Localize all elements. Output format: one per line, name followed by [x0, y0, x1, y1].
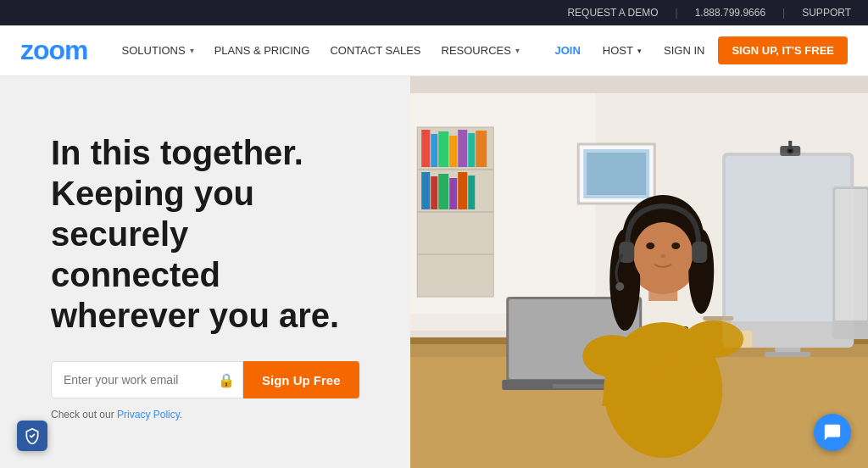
svg-point-59 — [615, 282, 624, 291]
nav-solutions[interactable]: SOLUTIONS ▾ — [114, 39, 203, 62]
svg-rect-8 — [431, 134, 437, 167]
nav-host[interactable]: HOST ▾ — [594, 39, 650, 62]
nav-links: SOLUTIONS ▾ PLANS & PRICING CONTACT SALE… — [114, 39, 547, 62]
svg-rect-35 — [788, 141, 792, 149]
svg-rect-10 — [449, 136, 457, 167]
email-icon: 🔒 — [218, 372, 235, 388]
svg-point-34 — [788, 149, 792, 153]
signup-free-button[interactable]: Sign Up Free — [243, 361, 359, 398]
svg-point-54 — [646, 242, 654, 249]
nav-signup-button[interactable]: SIGN UP, IT'S FREE — [718, 36, 848, 64]
privacy-policy-link[interactable]: Privacy Policy — [117, 409, 180, 421]
svg-rect-31 — [765, 352, 810, 357]
svg-rect-7 — [421, 130, 430, 167]
chat-button[interactable] — [814, 414, 851, 451]
host-chevron-icon: ▾ — [637, 47, 642, 55]
zoom-logo[interactable]: zoom — [20, 35, 88, 66]
svg-rect-62 — [722, 153, 854, 348]
hero-right — [410, 76, 868, 468]
svg-rect-13 — [476, 131, 487, 167]
svg-rect-11 — [458, 130, 467, 167]
svg-rect-58 — [692, 242, 707, 263]
divider-1: | — [676, 7, 678, 19]
request-demo-link[interactable]: REQUEST A DEMO — [567, 7, 658, 19]
svg-rect-15 — [431, 176, 437, 209]
hero-left: In this together. Keeping you securely c… — [0, 76, 410, 468]
hero-headline: In this together. Keeping you securely c… — [51, 132, 359, 336]
svg-rect-19 — [468, 176, 475, 209]
email-input[interactable] — [51, 361, 243, 398]
svg-point-56 — [660, 254, 665, 258]
nav-resources[interactable]: RESOURCES ▾ — [433, 39, 528, 62]
resources-chevron-icon: ▾ — [515, 46, 520, 55]
svg-rect-9 — [438, 131, 448, 167]
hero-image — [410, 76, 868, 468]
svg-point-55 — [671, 242, 680, 249]
nav-right: JOIN HOST ▾ SIGN IN SIGN UP, IT'S FREE — [547, 36, 848, 64]
svg-rect-16 — [438, 174, 448, 209]
email-input-wrapper: 🔒 — [51, 361, 243, 398]
solutions-chevron-icon: ▾ — [190, 46, 194, 55]
nav-signin[interactable]: SIGN IN — [655, 39, 713, 62]
security-badge[interactable] — [17, 421, 47, 451]
divider-2: | — [782, 7, 785, 19]
chat-icon — [823, 423, 842, 442]
privacy-text: Check out our Privacy Policy. — [51, 409, 359, 421]
support-link[interactable]: SUPPORT — [802, 7, 851, 19]
utility-bar: REQUEST A DEMO | 1.888.799.9666 | SUPPOR… — [0, 0, 868, 25]
phone-link[interactable]: 1.888.799.9666 — [695, 7, 765, 19]
svg-rect-57 — [619, 242, 634, 263]
svg-rect-41 — [553, 384, 604, 388]
svg-rect-30 — [775, 348, 800, 352]
svg-rect-22 — [587, 153, 646, 195]
nav-contact-sales[interactable]: CONTACT SALES — [321, 39, 429, 62]
email-form: 🔒 Sign Up Free — [51, 361, 359, 398]
svg-rect-17 — [449, 178, 457, 209]
svg-rect-23 — [410, 76, 868, 93]
hero-section: In this together. Keeping you securely c… — [0, 76, 868, 468]
nav-join[interactable]: JOIN — [547, 39, 589, 62]
svg-rect-12 — [468, 133, 475, 167]
svg-rect-18 — [458, 172, 467, 209]
svg-rect-14 — [421, 172, 430, 209]
main-nav: zoom SOLUTIONS ▾ PLANS & PRICING CONTACT… — [0, 25, 868, 76]
shield-icon — [24, 427, 41, 444]
nav-plans-pricing[interactable]: PLANS & PRICING — [206, 39, 319, 62]
svg-point-60 — [582, 335, 642, 377]
